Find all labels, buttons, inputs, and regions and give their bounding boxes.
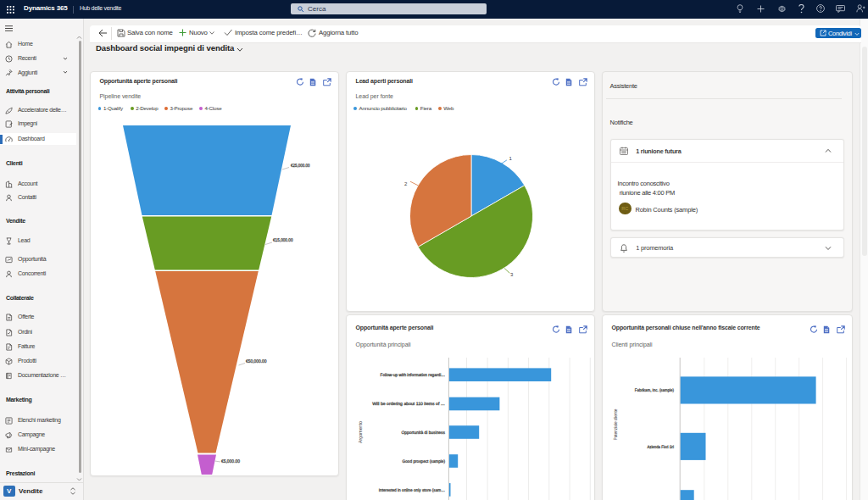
svg-text:€50,000.00: €50,000.00 [246,359,267,364]
svg-text:Argomento: Argomento [358,421,363,443]
svg-text:€15,000.00: €15,000.00 [273,238,293,243]
svg-text:Fabrikam, Inc. (sample): Fabrikam, Inc. (sample) [635,388,674,393]
svg-text:Good prospect (sample): Good prospect (sample) [403,459,446,464]
svg-text:Opportunità di business: Opportunità di business [402,431,446,436]
svg-text:Will be ordering about 110 ite: Will be ordering about 110 items of … [372,402,445,407]
svg-text:Interested in online only stor: Interested in online only store (sam… [379,488,445,493]
svg-text:Potenziale cliente: Potenziale cliente [613,409,618,441]
svg-text:3: 3 [510,272,514,277]
svg-text:2: 2 [404,181,408,186]
svg-text:€5,000.00: €5,000.00 [221,459,240,464]
svg-text:Follow-up with information reg: Follow-up with information regardi… [381,373,446,378]
svg-text:€25,000.00: €25,000.00 [291,164,310,169]
svg-text:1: 1 [509,156,513,161]
svg-text:Azienda Fiori Srl: Azienda Fiori Srl [647,445,674,450]
